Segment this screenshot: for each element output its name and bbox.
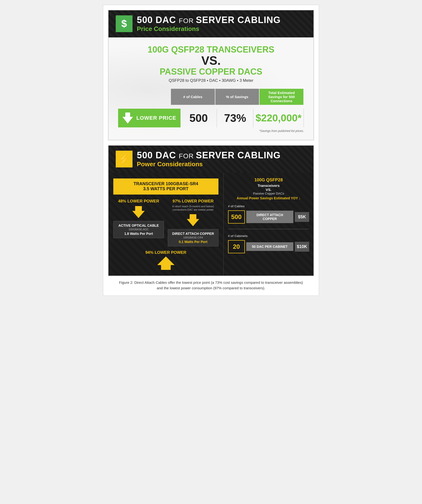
savings-pct-value: 73% xyxy=(217,109,253,127)
price-title-block: 500 DAC FOR SERVER CABLING Price Conside… xyxy=(137,15,281,33)
power-compare-row: 48% LOWER POWER ACTIVE OPTICAL CABLE 100… xyxy=(113,199,218,247)
col3-header: Total Estimated Savings for 500 Connecti… xyxy=(259,89,304,105)
aoc-box: ACTIVE OPTICAL CABLE 100GBASE-AOC 1.8 Wa… xyxy=(113,221,164,238)
down-arrow-icon xyxy=(122,113,133,124)
divider xyxy=(228,229,309,229)
cable1-sub: 100GBASE-AOC xyxy=(116,228,162,231)
table-cells: 500 73% $220,000* xyxy=(181,109,304,127)
row1-label: DIRECT ATTACH COPPER xyxy=(249,213,290,221)
dollar-icon: $ xyxy=(116,15,133,32)
power-left: TRANSCEIVER 100GBASE-SR4 3.5 WATTS PER P… xyxy=(109,173,224,276)
arrow-down-97 xyxy=(187,214,199,226)
pct-97-label: 97% LOWER POWER xyxy=(173,199,214,204)
power-title-block: 500 DAC FOR SERVER CABLING Power Conside… xyxy=(137,150,281,168)
small-note: In short reach (5-meters and below) conn… xyxy=(168,205,218,212)
vs-title: 100G QSFP28 TRANSCEIVERS xyxy=(118,45,304,55)
row2-data: 20 50 DAC PER CABINET $10K xyxy=(228,240,309,253)
price-body: 100G QSFP28 TRANSCEIVERS VS. PASSIVE COP… xyxy=(109,37,313,140)
col1-header: # of Cables xyxy=(171,89,215,105)
col2-header: % of Savings xyxy=(215,89,260,105)
vs-word: VS. xyxy=(118,55,304,67)
row1-num: 500 xyxy=(228,210,245,224)
row2-label: 50 DAC PER CABINET xyxy=(249,245,290,249)
transceiver-title: TRANSCEIVER 100GBASE-SR4 3.5 WATTS PER P… xyxy=(117,181,214,192)
row2-label-box: 50 DAC PER CABINET xyxy=(246,242,293,251)
price-subtitle: Price Considerations xyxy=(137,25,281,33)
price-card: $ 500 DAC FOR SERVER CABLING Price Consi… xyxy=(108,10,314,140)
price-main-title: 500 DAC FOR SERVER CABLING xyxy=(137,15,281,25)
row2-num: 20 xyxy=(228,240,245,253)
caption: Figure 2: Direct Attach Cables offer the… xyxy=(108,280,314,291)
dac-box: DIRECT ATTACH COPPER 100GBASE-CR4 0.1 Wa… xyxy=(168,229,218,246)
pct-94-label: 94% LOWER POWER xyxy=(145,250,186,255)
power-body: TRANSCEIVER 100GBASE-SR4 3.5 WATTS PER P… xyxy=(109,173,313,276)
power-bottom-bar: 94% LOWER POWER xyxy=(113,250,218,270)
power-card: ⚡ 500 DAC FOR SERVER CABLING Power Consi… xyxy=(108,145,314,276)
savings-grid: # of Cables 500 DIRECT ATTACH COPPER $5K… xyxy=(228,204,309,256)
qsfp-transceivers: Transceivers xyxy=(228,184,309,188)
cable2-title: DIRECT ATTACH COPPER xyxy=(170,232,216,236)
power-subtitle: Power Considerations xyxy=(137,161,281,168)
qsfp-passive: Passive Copper DACs xyxy=(228,192,309,195)
col-48: 48% LOWER POWER ACTIVE OPTICAL CABLE 100… xyxy=(113,199,164,247)
power-header: ⚡ 500 DAC FOR SERVER CABLING Power Consi… xyxy=(109,146,313,173)
qsfp-vs-word: VS. xyxy=(228,188,309,192)
cable2-sub: 100GBASE-CR4 xyxy=(170,236,216,239)
transceiver-box: TRANSCEIVER 100GBASE-SR4 3.5 WATTS PER P… xyxy=(113,179,218,195)
row2-header: # of Cabinets xyxy=(228,233,309,239)
power-main-title: 500 DAC FOR SERVER CABLING xyxy=(137,150,281,161)
cable1-watts: 1.8 Watts Per Port xyxy=(116,232,162,236)
col-97: 97% LOWER POWER In short reach (5-meters… xyxy=(168,199,218,247)
savings-note: *Savings from published list prices. xyxy=(118,129,304,133)
vs-spec: QSFP28 to QSFP28 • DAC • 30AWG • 3 Meter xyxy=(118,78,304,83)
row1-label-box: DIRECT ATTACH COPPER xyxy=(246,211,293,223)
pct-48-label: 48% LOWER POWER xyxy=(118,199,159,204)
lower-price-label: LOWER PRICE xyxy=(136,115,176,121)
arrow-down-48 xyxy=(132,206,145,218)
cables-value: 500 xyxy=(181,109,217,127)
row1-data: 500 DIRECT ATTACH COPPER $5K xyxy=(228,210,309,224)
power-right: 100G QSFP28 Transceivers VS. Passive Cop… xyxy=(224,173,313,276)
lower-price-cell: LOWER PRICE xyxy=(118,109,181,127)
lightning-icon: ⚡ xyxy=(116,151,133,168)
page-wrapper: $ 500 DAC FOR SERVER CABLING Price Consi… xyxy=(103,5,319,296)
cable1-title: ACTIVE OPTICAL CABLE xyxy=(116,224,162,228)
vs-section: 100G QSFP28 TRANSCEIVERS VS. PASSIVE COP… xyxy=(118,45,304,83)
annual-label: Annual Power Savings Estimated YOY ↓ xyxy=(228,196,309,200)
qsfp-title: 100G QSFP28 xyxy=(228,178,309,183)
row1-value: $5K xyxy=(295,212,309,222)
row2-value: $10K xyxy=(295,242,309,252)
price-header: $ 500 DAC FOR SERVER CABLING Price Consi… xyxy=(109,10,313,37)
row1-header: # of Cables xyxy=(228,204,309,209)
savings-table-row: LOWER PRICE 500 73% $220,000* xyxy=(118,109,304,127)
cable2-watts: 0.1 Watts Per Port xyxy=(170,240,216,244)
arrow-up-94 xyxy=(157,256,175,270)
total-savings-value: $220,000* xyxy=(253,109,304,127)
vs-passive: PASSIVE COPPER DACs xyxy=(118,67,304,77)
